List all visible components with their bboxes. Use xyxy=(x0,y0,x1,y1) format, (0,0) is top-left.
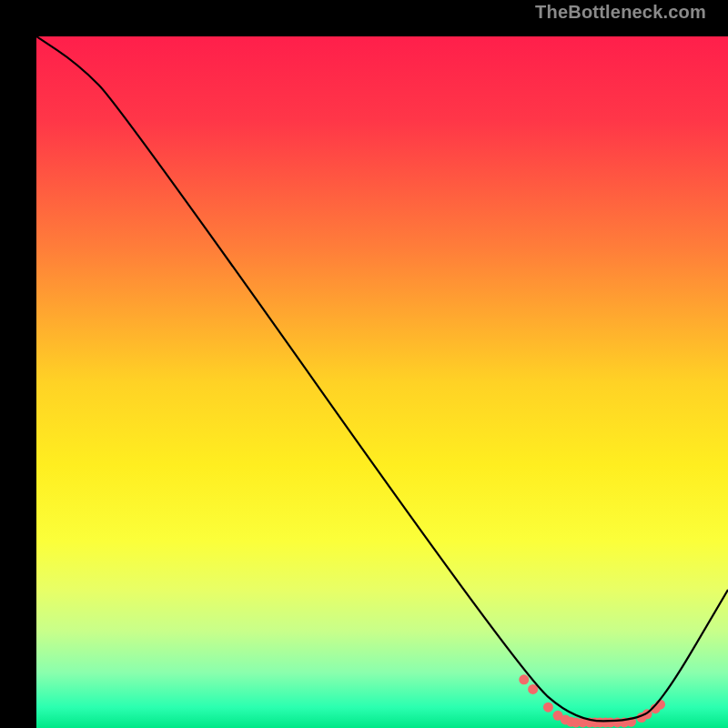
gradient-background xyxy=(36,36,728,728)
highlight-dot xyxy=(519,674,529,684)
bottleneck-chart xyxy=(36,36,728,728)
watermark-text: TheBottleneck.com xyxy=(535,2,706,23)
highlight-dot xyxy=(543,703,553,713)
chart-frame xyxy=(18,18,710,710)
